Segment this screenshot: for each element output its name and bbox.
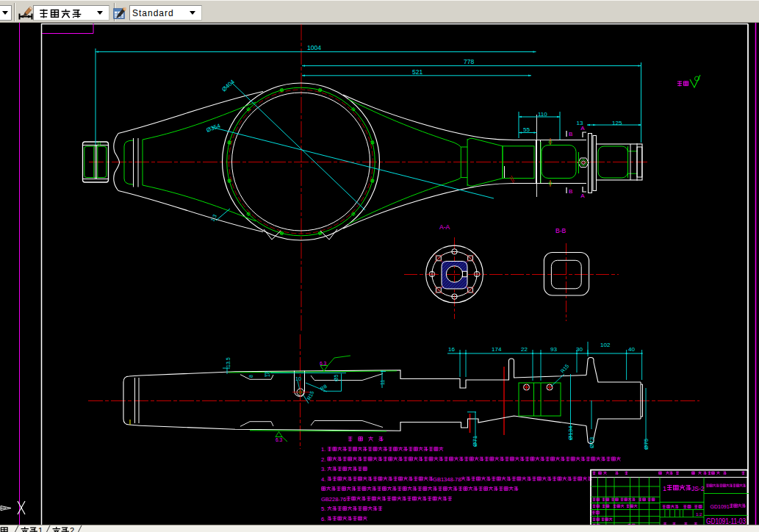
svg-text:GB1348-78: GB1348-78: [433, 476, 461, 483]
svg-text:GB228-76: GB228-76: [321, 496, 346, 503]
svg-text:Ø5: Ø5: [334, 375, 339, 381]
svg-text:5.: 5.: [321, 506, 325, 512]
svg-text:174: 174: [492, 346, 502, 353]
svg-text:521: 521: [412, 68, 422, 76]
svg-text:10: 10: [295, 376, 301, 381]
svg-text:GD1091-: GD1091-: [711, 504, 732, 509]
svg-text:4.: 4.: [321, 476, 325, 483]
svg-text:A: A: [580, 193, 585, 199]
svg-text:8: 8: [248, 375, 253, 378]
svg-text:Ø73: Ø73: [589, 436, 595, 448]
svg-text:1.: 1.: [321, 446, 325, 453]
svg-text:JS-2: JS-2: [691, 485, 705, 492]
svg-text:30: 30: [576, 346, 583, 353]
svg-text:2: 2: [70, 526, 74, 532]
svg-text:2.: 2.: [321, 456, 325, 463]
svg-text:22: 22: [521, 346, 528, 353]
svg-text:1: 1: [38, 526, 43, 532]
svg-text:B: B: [569, 188, 572, 195]
svg-text:93: 93: [550, 346, 557, 353]
svg-text:16: 16: [448, 346, 455, 353]
svg-text:40: 40: [628, 346, 635, 353]
svg-text:B: B: [569, 131, 572, 137]
svg-text:110: 110: [538, 111, 547, 118]
svg-text:778: 778: [464, 58, 474, 65]
svg-text:Ø71: Ø71: [472, 435, 478, 447]
svg-text:Ø134: Ø134: [567, 425, 574, 440]
svg-text:Ø75: Ø75: [643, 438, 650, 450]
svg-text:13.5: 13.5: [226, 357, 231, 367]
svg-text:B-B: B-B: [555, 227, 566, 234]
svg-text:6.3: 6.3: [276, 437, 282, 442]
svg-text:3.: 3.: [321, 466, 325, 472]
svg-text:6.: 6.: [321, 516, 325, 522]
svg-text:1:2: 1:2: [696, 512, 702, 517]
svg-text:125: 125: [612, 120, 622, 126]
svg-text:A: A: [580, 125, 585, 132]
svg-text:55: 55: [523, 126, 530, 133]
svg-text:6.3: 6.3: [320, 361, 326, 366]
svg-text:GD1091-11-03: GD1091-11-03: [706, 517, 746, 525]
svg-text:18: 18: [265, 371, 270, 377]
svg-text:1004: 1004: [307, 44, 321, 51]
svg-text:1: 1: [663, 485, 666, 492]
svg-text:102: 102: [600, 342, 611, 348]
svg-text:A-A: A-A: [439, 223, 450, 231]
svg-text:11: 11: [380, 380, 385, 385]
